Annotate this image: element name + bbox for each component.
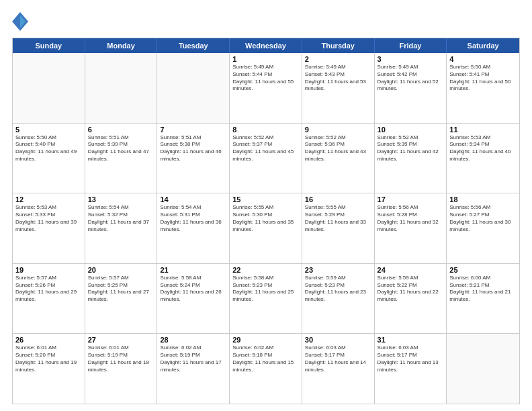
cell-info: Sunrise: 5:59 AMSunset: 5:22 PMDaylight:… <box>378 275 444 304</box>
day-number: 25 <box>449 266 517 274</box>
day-number: 12 <box>15 195 82 203</box>
day-number: 5 <box>15 126 82 134</box>
day-number: 4 <box>449 55 517 63</box>
week-row-4: 19Sunrise: 5:57 AMSunset: 5:26 PMDayligh… <box>13 263 519 334</box>
cal-cell-2-3: 7Sunrise: 5:51 AMSunset: 5:38 PMDaylight… <box>157 124 230 193</box>
cell-info: Sunrise: 6:02 AMSunset: 5:19 PMDaylight:… <box>160 345 226 373</box>
header-day-friday: Friday <box>375 38 447 53</box>
day-number: 1 <box>232 55 299 63</box>
day-number: 7 <box>160 126 226 134</box>
day-number: 10 <box>378 126 444 134</box>
header-day-tuesday: Tuesday <box>157 38 230 53</box>
header-day-monday: Monday <box>85 38 158 53</box>
day-number: 11 <box>449 126 517 134</box>
cal-cell-3-6: 17Sunrise: 5:56 AMSunset: 5:28 PMDayligh… <box>375 193 447 263</box>
day-number: 9 <box>305 126 371 134</box>
cell-info: Sunrise: 5:55 AMSunset: 5:30 PMDaylight:… <box>232 204 299 233</box>
cal-cell-4-3: 21Sunrise: 5:58 AMSunset: 5:24 PMDayligh… <box>157 264 230 334</box>
day-number: 16 <box>305 195 371 203</box>
cell-info: Sunrise: 5:49 AMSunset: 5:42 PMDaylight:… <box>378 64 444 93</box>
week-row-3: 12Sunrise: 5:53 AMSunset: 5:33 PMDayligh… <box>13 193 519 263</box>
cell-info: Sunrise: 5:58 AMSunset: 5:24 PMDaylight:… <box>160 275 226 304</box>
cal-cell-3-7: 18Sunrise: 5:56 AMSunset: 5:27 PMDayligh… <box>447 193 519 263</box>
header-day-sunday: Sunday <box>13 38 85 53</box>
day-number: 28 <box>160 336 226 344</box>
week-row-1: 1Sunrise: 5:49 AMSunset: 5:44 PMDaylight… <box>13 53 519 123</box>
cal-cell-3-2: 13Sunrise: 5:54 AMSunset: 5:32 PMDayligh… <box>85 193 158 263</box>
cell-info: Sunrise: 5:52 AMSunset: 5:35 PMDaylight:… <box>378 134 444 163</box>
cal-cell-4-7: 25Sunrise: 6:00 AMSunset: 5:21 PMDayligh… <box>447 264 519 334</box>
day-number: 8 <box>232 126 299 134</box>
logo <box>12 12 31 31</box>
cal-cell-3-4: 15Sunrise: 5:55 AMSunset: 5:30 PMDayligh… <box>230 193 302 263</box>
cell-info: Sunrise: 5:52 AMSunset: 5:36 PMDaylight:… <box>305 134 371 163</box>
week-row-5: 26Sunrise: 6:01 AMSunset: 5:20 PMDayligh… <box>13 333 519 404</box>
day-number: 19 <box>15 266 82 274</box>
day-number: 26 <box>15 336 82 344</box>
week-row-2: 5Sunrise: 5:50 AMSunset: 5:40 PMDaylight… <box>13 123 519 193</box>
cell-info: Sunrise: 5:56 AMSunset: 5:28 PMDaylight:… <box>378 204 444 233</box>
cal-cell-1-5: 2Sunrise: 5:49 AMSunset: 5:43 PMDaylight… <box>302 53 375 123</box>
cell-info: Sunrise: 5:57 AMSunset: 5:25 PMDaylight:… <box>88 275 154 304</box>
cell-info: Sunrise: 5:57 AMSunset: 5:26 PMDaylight:… <box>15 275 82 304</box>
header-day-saturday: Saturday <box>447 38 519 53</box>
cal-cell-5-4: 29Sunrise: 6:02 AMSunset: 5:18 PMDayligh… <box>230 334 302 404</box>
cell-info: Sunrise: 5:51 AMSunset: 5:38 PMDaylight:… <box>160 134 226 163</box>
cell-info: Sunrise: 5:51 AMSunset: 5:39 PMDaylight:… <box>88 134 154 163</box>
cell-info: Sunrise: 5:55 AMSunset: 5:29 PMDaylight:… <box>305 204 371 233</box>
header-day-wednesday: Wednesday <box>230 38 302 53</box>
cal-cell-3-5: 16Sunrise: 5:55 AMSunset: 5:29 PMDayligh… <box>302 193 375 263</box>
cal-cell-3-3: 14Sunrise: 5:54 AMSunset: 5:31 PMDayligh… <box>157 193 230 263</box>
cal-cell-4-5: 23Sunrise: 5:59 AMSunset: 5:23 PMDayligh… <box>302 264 375 334</box>
cal-cell-1-3 <box>157 53 230 123</box>
day-number: 2 <box>305 55 371 63</box>
cell-info: Sunrise: 6:03 AMSunset: 5:17 PMDaylight:… <box>378 345 444 373</box>
day-number: 24 <box>378 266 444 274</box>
cell-info: Sunrise: 6:02 AMSunset: 5:18 PMDaylight:… <box>232 345 299 373</box>
calendar: SundayMondayTuesdayWednesdayThursdayFrid… <box>12 38 520 404</box>
cell-info: Sunrise: 5:53 AMSunset: 5:33 PMDaylight:… <box>15 204 82 233</box>
cell-info: Sunrise: 5:50 AMSunset: 5:41 PMDaylight:… <box>449 64 517 93</box>
day-number: 6 <box>88 126 154 134</box>
cell-info: Sunrise: 5:56 AMSunset: 5:27 PMDaylight:… <box>449 204 517 233</box>
cal-cell-4-6: 24Sunrise: 5:59 AMSunset: 5:22 PMDayligh… <box>375 264 447 334</box>
cell-info: Sunrise: 5:59 AMSunset: 5:23 PMDaylight:… <box>305 275 371 304</box>
cell-info: Sunrise: 5:58 AMSunset: 5:23 PMDaylight:… <box>232 275 299 304</box>
cal-cell-1-2 <box>85 53 158 123</box>
calendar-header: SundayMondayTuesdayWednesdayThursdayFrid… <box>13 38 519 53</box>
day-number: 3 <box>378 55 444 63</box>
cal-cell-2-5: 9Sunrise: 5:52 AMSunset: 5:36 PMDaylight… <box>302 124 375 193</box>
cell-info: Sunrise: 5:52 AMSunset: 5:37 PMDaylight:… <box>232 134 299 163</box>
day-number: 18 <box>449 195 517 203</box>
cal-cell-4-2: 20Sunrise: 5:57 AMSunset: 5:25 PMDayligh… <box>85 264 158 334</box>
cal-cell-5-2: 27Sunrise: 6:01 AMSunset: 5:19 PMDayligh… <box>85 334 158 404</box>
cell-info: Sunrise: 5:53 AMSunset: 5:34 PMDaylight:… <box>449 134 517 163</box>
day-number: 30 <box>305 336 371 344</box>
day-number: 21 <box>160 266 226 274</box>
cal-cell-2-6: 10Sunrise: 5:52 AMSunset: 5:35 PMDayligh… <box>375 124 447 193</box>
day-number: 27 <box>88 336 154 344</box>
header <box>12 12 520 31</box>
cell-info: Sunrise: 5:49 AMSunset: 5:44 PMDaylight:… <box>232 64 299 93</box>
day-number: 15 <box>232 195 299 203</box>
cal-cell-5-5: 30Sunrise: 6:03 AMSunset: 5:17 PMDayligh… <box>302 334 375 404</box>
cal-cell-5-6: 31Sunrise: 6:03 AMSunset: 5:17 PMDayligh… <box>375 334 447 404</box>
cell-info: Sunrise: 5:54 AMSunset: 5:31 PMDaylight:… <box>160 204 226 233</box>
cal-cell-2-2: 6Sunrise: 5:51 AMSunset: 5:39 PMDaylight… <box>85 124 158 193</box>
cal-cell-2-1: 5Sunrise: 5:50 AMSunset: 5:40 PMDaylight… <box>13 124 85 193</box>
cal-cell-1-4: 1Sunrise: 5:49 AMSunset: 5:44 PMDaylight… <box>230 53 302 123</box>
cell-info: Sunrise: 6:00 AMSunset: 5:21 PMDaylight:… <box>449 275 517 304</box>
day-number: 29 <box>232 336 299 344</box>
calendar-body: 1Sunrise: 5:49 AMSunset: 5:44 PMDaylight… <box>13 53 519 404</box>
cell-info: Sunrise: 6:01 AMSunset: 5:20 PMDaylight:… <box>15 345 82 373</box>
cell-info: Sunrise: 5:49 AMSunset: 5:43 PMDaylight:… <box>305 64 371 93</box>
day-number: 20 <box>88 266 154 274</box>
page: SundayMondayTuesdayWednesdayThursdayFrid… <box>0 0 532 411</box>
day-number: 13 <box>88 195 154 203</box>
day-number: 31 <box>378 336 444 344</box>
cal-cell-4-4: 22Sunrise: 5:58 AMSunset: 5:23 PMDayligh… <box>230 264 302 334</box>
cal-cell-1-7: 4Sunrise: 5:50 AMSunset: 5:41 PMDaylight… <box>447 53 519 123</box>
day-number: 14 <box>160 195 226 203</box>
header-day-thursday: Thursday <box>302 38 375 53</box>
cal-cell-5-1: 26Sunrise: 6:01 AMSunset: 5:20 PMDayligh… <box>13 334 85 404</box>
